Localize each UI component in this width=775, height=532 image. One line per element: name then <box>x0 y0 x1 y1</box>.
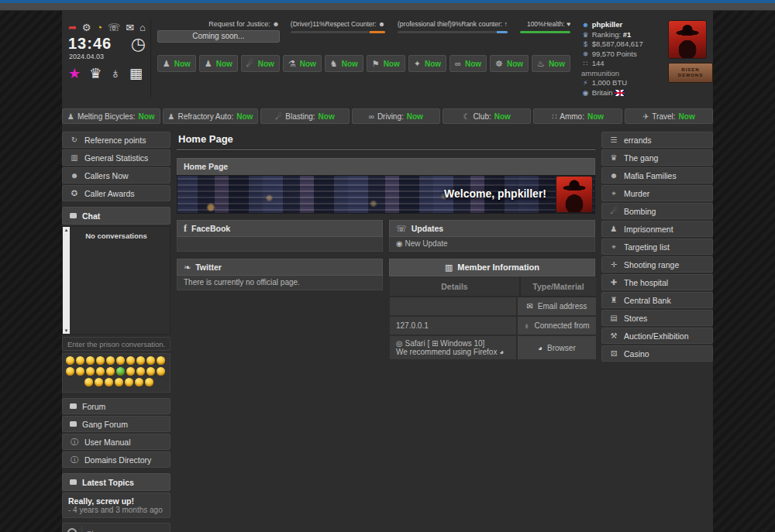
emoji-icon[interactable] <box>116 356 125 365</box>
quick-action-button[interactable]: ✦ Now <box>408 55 446 72</box>
sidebar-item[interactable]: ♟ Imprisonment <box>601 221 713 237</box>
sidebar-link[interactable]: ⓘ Domains Directory <box>62 451 170 468</box>
money-icon: $ <box>581 39 590 50</box>
country-name: Britain <box>592 88 613 97</box>
emoji-icon[interactable] <box>76 367 84 376</box>
emoji-icon[interactable] <box>106 356 115 365</box>
chat-bubble-icon <box>70 213 77 218</box>
quick-action-button[interactable]: ♞ Now <box>325 55 363 72</box>
emoji-icon[interactable] <box>157 356 165 365</box>
grid-icon[interactable]: ▦ <box>129 65 143 82</box>
updates-item[interactable]: ◉ New Update <box>389 237 595 252</box>
quick-action-button[interactable]: ⚑ Now <box>367 55 405 72</box>
quick-action-button[interactable]: ♟ Now <box>157 55 196 72</box>
emoji-icon[interactable] <box>76 356 84 365</box>
topic-title[interactable]: Really, screw up! <box>68 496 164 506</box>
sidebar-link[interactable]: Gang Forum <box>62 416 170 432</box>
emoji-icon[interactable] <box>66 367 74 376</box>
emoji-icon[interactable] <box>95 378 103 386</box>
emoji-icon[interactable] <box>136 367 145 376</box>
quick-action-icon: ♟ <box>205 59 212 69</box>
player-name[interactable]: phpkiller <box>592 20 623 29</box>
emoji-icon[interactable] <box>145 378 153 386</box>
home-panel-header: Home Page <box>177 158 595 175</box>
nav-button[interactable]: ✈ Travel: Now <box>625 108 713 124</box>
gang-badge[interactable]: RISEN DEMONS <box>668 63 713 83</box>
latest-topic[interactable]: Really, screw up! - 4 years and 3 months… <box>62 493 170 518</box>
logout-icon[interactable]: ➦ <box>68 22 77 33</box>
scroll-down-arrow[interactable]: ▼ <box>63 328 70 333</box>
nav-button[interactable]: ☄ Blasting: Now <box>260 108 349 124</box>
emoji-icon[interactable] <box>126 356 135 365</box>
sidebar-item[interactable]: ↻ Reference points <box>62 132 170 148</box>
sidebar-item[interactable]: ⚒ Auction/Exhibition <box>601 328 713 344</box>
nav-button[interactable]: ∞ Driving: Now <box>352 108 440 124</box>
sidebar-item[interactable]: ✛ Shooting range <box>601 256 713 273</box>
nav-button[interactable]: ∷ Ammo: Now <box>533 108 622 124</box>
topics-bubble-icon <box>70 479 77 485</box>
emoji-icon[interactable] <box>136 356 145 365</box>
top-gray-strip <box>0 3 775 11</box>
sidebar-link[interactable]: ⓘ User Manual <box>62 434 170 450</box>
sidebar-item[interactable]: ✚ The hospital <box>601 274 713 290</box>
emoji-icon[interactable] <box>105 378 113 386</box>
emoji-icon[interactable] <box>146 356 155 365</box>
sidebar-item[interactable]: ▥ General Statistics <box>62 149 170 166</box>
chat-scrollbar[interactable]: ▲ ▼ <box>63 227 70 334</box>
quick-action-button[interactable]: ♨ Now <box>532 55 570 72</box>
updates-panel-header: ☏ Updates <box>389 220 595 237</box>
quick-action-button[interactable]: ☸ Now <box>490 55 529 72</box>
sidebar-item[interactable]: ☻ Callers Now <box>62 167 170 184</box>
sidebar-item[interactable]: ⌖ Targeting list <box>601 239 713 255</box>
sidebar-item[interactable]: ⚄ Casino <box>601 345 713 362</box>
quick-action-button[interactable]: ♟ Now <box>199 55 238 72</box>
nav-button[interactable]: ♟ Refractory Auto: Now <box>163 108 259 124</box>
emoji-icon[interactable] <box>135 378 143 386</box>
sidebar-item[interactable]: ⌖ Murder <box>601 185 713 201</box>
sidebar-item[interactable]: ☻ Mafia Families <box>601 167 713 184</box>
emoji-icon[interactable] <box>125 378 133 386</box>
settings-icon[interactable]: ⚙ <box>82 22 91 33</box>
nav-button[interactable]: ♟ Melting Bicycles: Now <box>62 108 160 124</box>
quick-action-button[interactable]: ☄ Now <box>241 55 280 72</box>
sidebar-item[interactable]: ♜ Central Bank <box>601 292 713 308</box>
emoji-icon[interactable] <box>106 367 115 376</box>
emoji-icon[interactable] <box>86 356 95 365</box>
mail-icon[interactable]: ✉ <box>126 22 134 33</box>
counter-icon: ☻ <box>378 20 385 28</box>
emoji-icon[interactable] <box>116 367 125 376</box>
megaphone-icon[interactable]: ☏ <box>108 22 120 33</box>
trophy-icon[interactable]: ♛ <box>89 65 102 82</box>
player-search-input[interactable] <box>81 526 165 532</box>
star-icon[interactable]: ★ <box>68 65 81 82</box>
emoji-icon[interactable] <box>86 367 95 376</box>
sidebar-link[interactable]: Forum <box>62 398 170 414</box>
counter-block: (Driver)11%Respect Counter: ☻ <box>291 20 385 33</box>
player-avatar[interactable] <box>668 20 707 59</box>
emoji-icon[interactable] <box>115 378 123 386</box>
gauge-icon[interactable]: ◔ <box>96 22 102 33</box>
sidebar-item[interactable]: ✪ Caller Awards <box>62 185 170 201</box>
emoji-icon[interactable] <box>84 378 93 386</box>
scroll-up-arrow[interactable]: ▲ <box>63 228 70 232</box>
emoji-icon[interactable] <box>146 367 155 376</box>
home-icon[interactable]: ⌂ <box>140 22 146 33</box>
quick-action-button[interactable]: ∞ Now <box>450 55 487 72</box>
sidebar-item[interactable]: ☄ Bombing <box>601 203 713 219</box>
emoji-icon[interactable] <box>66 356 74 365</box>
emoji-icon[interactable] <box>126 367 135 376</box>
nav-button[interactable]: ☾ Club: Now <box>443 108 531 124</box>
sidebar-item[interactable]: ▤ Stores <box>601 310 713 326</box>
chat-input[interactable] <box>62 337 170 351</box>
search-icon[interactable] <box>67 528 77 532</box>
quick-action-button[interactable]: ⚗ Now <box>283 55 322 72</box>
emoji-icon[interactable] <box>157 367 165 376</box>
sidebar-item[interactable]: ☰ errands <box>601 132 713 148</box>
sidebar-item-icon: ♟ <box>609 225 618 233</box>
globe-icon[interactable]: ♁ <box>110 66 121 82</box>
quick-action-icon: ♟ <box>163 59 170 69</box>
sidebar-item[interactable]: ♛ The gang <box>601 149 713 166</box>
header: ➦⚙◔☏✉⌂ 13:46 ◷ 2024.04.03 ★♛♁▦ Request f… <box>62 15 713 102</box>
emoji-icon[interactable] <box>96 356 105 365</box>
emoji-icon[interactable] <box>96 367 105 376</box>
